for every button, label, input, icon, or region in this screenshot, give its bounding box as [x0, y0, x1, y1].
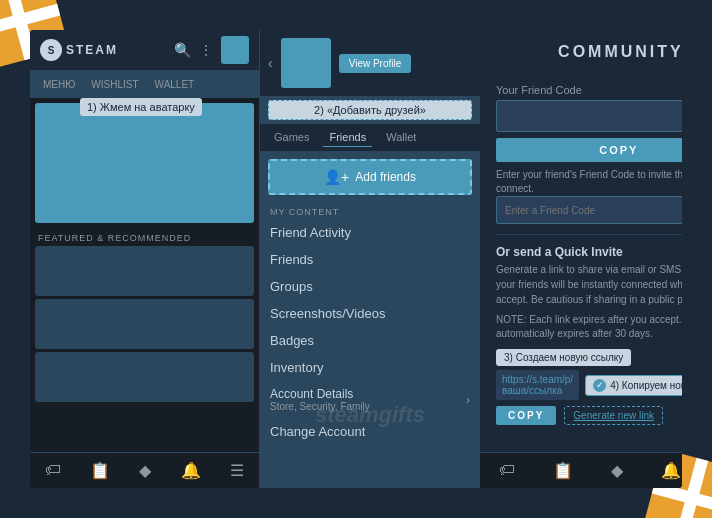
annotation-step3: 3) Создаем новую ссылку — [496, 349, 631, 366]
account-title: Account Details — [270, 387, 370, 401]
link-row: https://s.team/p/ваша/ссылка ✓ 4) Копиру… — [496, 370, 682, 400]
community-panel: COMMUNITY ⋮ Your Friend Code COPY Enter … — [480, 30, 682, 488]
quick-invite-title: Or send a Quick Invite — [496, 245, 682, 259]
friend-activity-item[interactable]: Friend Activity — [260, 219, 480, 246]
featured-items-list — [30, 246, 259, 452]
check-icon: ✓ — [593, 379, 606, 392]
avatar[interactable] — [221, 36, 249, 64]
watermark: steamgifts — [315, 402, 425, 428]
steam-icon: S — [40, 39, 62, 61]
friend-code-label: Your Friend Code — [496, 84, 682, 96]
generate-new-link-button[interactable]: Generate new link — [564, 406, 663, 425]
diamond-icon[interactable]: ◆ — [139, 461, 151, 480]
friend-code-section: Your Friend Code COPY Enter your friend'… — [496, 84, 682, 224]
screenshots-item[interactable]: Screenshots/Videos — [260, 300, 480, 327]
steam-app-panel: S STEAM 🔍 ⋮ 1) Жмем на аватарку МЕНЮ WIS… — [30, 30, 260, 488]
divider — [496, 234, 682, 235]
right-content: Your Friend Code COPY Enter your friend'… — [480, 74, 682, 452]
add-person-icon: 👤+ — [324, 169, 349, 185]
groups-item[interactable]: Groups — [260, 273, 480, 300]
profile-avatar — [281, 38, 331, 88]
add-friends-button[interactable]: 👤+ Add friends — [268, 159, 472, 195]
wishlist-tab[interactable]: WISHLIST — [83, 70, 146, 98]
quick-invite-section: Or send a Quick Invite Generate a link t… — [496, 245, 682, 425]
menu-icon[interactable]: ☰ — [230, 461, 244, 480]
tag-icon-right[interactable]: 🏷 — [499, 461, 515, 480]
note-text: NOTE: Each link expires after you accept… — [496, 313, 682, 341]
friend-code-input[interactable] — [496, 100, 682, 132]
featured-item[interactable] — [35, 352, 254, 402]
annotation-step4: ✓ 4) Копируем новую ссылку — [585, 375, 682, 396]
list-icon-right[interactable]: 📋 — [553, 461, 573, 480]
community-header: COMMUNITY ⋮ — [480, 30, 682, 74]
quick-invite-desc: Generate a link to share via email or SM… — [496, 262, 682, 307]
wallet-tab[interactable]: WALLET — [147, 70, 203, 98]
search-icon[interactable]: 🔍 — [174, 42, 191, 58]
menu-tab[interactable]: МЕНЮ — [35, 70, 83, 98]
account-arrow-icon: › — [466, 393, 470, 407]
add-friends-label: Add friends — [355, 170, 416, 184]
wallet-tab-profile[interactable]: Wallet — [380, 128, 422, 147]
list-icon[interactable]: 📋 — [90, 461, 110, 480]
tag-icon[interactable]: 🏷 — [45, 461, 61, 480]
enter-friend-code-input[interactable] — [496, 196, 682, 224]
featured-label: FEATURED & RECOMMENDED — [30, 228, 259, 246]
profile-dropdown-panel: ‹ View Profile 2) «Добавить друзей» Game… — [260, 30, 480, 488]
my-content-label: MY CONTENT — [260, 203, 480, 219]
friends-item[interactable]: Friends — [260, 246, 480, 273]
steam-title: STEAM — [66, 43, 118, 57]
copy-generate-row: COPY Generate new link — [496, 406, 682, 425]
diamond-icon-right[interactable]: ◆ — [611, 461, 623, 480]
invite-description: Enter your friend's Friend Code to invit… — [496, 168, 682, 196]
back-arrow-icon[interactable]: ‹ — [268, 55, 273, 71]
badges-item[interactable]: Badges — [260, 327, 480, 354]
right-bottom-nav: 🏷 📋 ◆ 🔔 👤 — [480, 452, 682, 488]
nav-tabs: МЕНЮ WISHLIST WALLET — [30, 70, 259, 98]
featured-item[interactable] — [35, 246, 254, 296]
more-icon[interactable]: ⋮ — [199, 42, 213, 58]
view-profile-button[interactable]: View Profile — [339, 54, 412, 73]
banner-image — [35, 103, 254, 223]
community-title: COMMUNITY — [558, 43, 682, 61]
inventory-item[interactable]: Inventory — [260, 354, 480, 381]
games-tab[interactable]: Games — [268, 128, 315, 147]
bottom-nav: 🏷 📋 ◆ 🔔 ☰ — [30, 452, 259, 488]
profile-tabs: Games Friends Wallet — [260, 124, 480, 151]
bell-icon-right[interactable]: 🔔 — [661, 461, 681, 480]
steam-logo: S STEAM — [40, 39, 118, 61]
annotation-step2: 2) «Добавить друзей» — [268, 100, 472, 120]
profile-header: ‹ View Profile — [260, 30, 480, 96]
bell-icon[interactable]: 🔔 — [181, 461, 201, 480]
annotation-step1: 1) Жмем на аватарку — [80, 98, 202, 116]
featured-item[interactable] — [35, 299, 254, 349]
steam-header: S STEAM 🔍 ⋮ — [30, 30, 259, 70]
invite-link-text: https://s.team/p/ваша/ссылка — [496, 370, 579, 400]
copy-code-button[interactable]: COPY — [496, 138, 682, 162]
content-list: Friend Activity Friends Groups Screensho… — [260, 219, 480, 488]
friends-tab[interactable]: Friends — [323, 128, 372, 147]
header-icons: 🔍 ⋮ — [174, 36, 249, 64]
copy-link-button[interactable]: COPY — [496, 406, 556, 425]
